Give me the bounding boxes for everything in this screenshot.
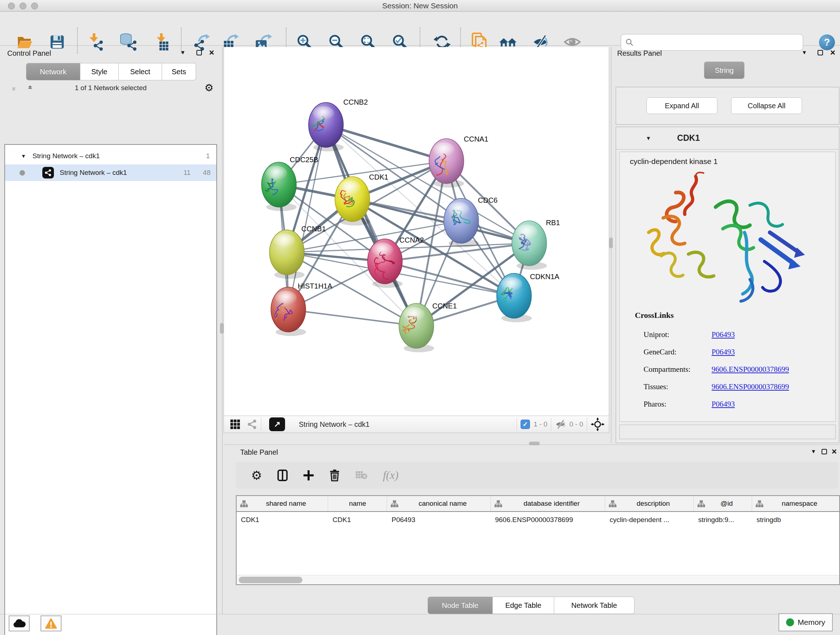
- warnings-button[interactable]: [41, 616, 62, 631]
- network-edge-count: 48: [203, 169, 210, 177]
- float-panel-icon[interactable]: [821, 449, 827, 454]
- application-window: Session: New Session: [0, 0, 840, 635]
- tab-string[interactable]: String: [704, 62, 745, 79]
- collapse-panel-icon[interactable]: ▼: [802, 49, 807, 55]
- network-node-cdkn1a[interactable]: CDKN1A: [497, 272, 560, 322]
- left-splitter-handle[interactable]: [220, 323, 224, 334]
- crosslink-link[interactable]: P06493: [712, 330, 735, 339]
- cell-namespace[interactable]: stringdb: [752, 516, 839, 524]
- crosslink-link[interactable]: 9606.ENSP00000378699: [712, 365, 789, 374]
- selected-checkbox[interactable]: ✓: [521, 420, 530, 429]
- table-options-gear-icon[interactable]: ⚙: [251, 468, 262, 483]
- column-header[interactable]: name: [328, 496, 387, 511]
- cell-name[interactable]: CDK1: [328, 516, 387, 524]
- column-header[interactable]: database identifier: [491, 496, 606, 511]
- network-share-icon: [247, 419, 257, 429]
- network-node-hist1h1a[interactable]: HIST1H1A: [271, 282, 332, 336]
- cell-id[interactable]: stringdb:9...: [694, 516, 752, 524]
- tab-node-table[interactable]: Node Table: [428, 597, 493, 614]
- network-collection-row[interactable]: ▼ String Network – cdk1 1: [5, 148, 216, 165]
- zoom-out-icon: [330, 36, 343, 49]
- float-panel-icon[interactable]: [196, 50, 202, 55]
- cell-shared-name[interactable]: CDK1: [237, 516, 328, 524]
- tab-sets[interactable]: Sets: [162, 63, 196, 80]
- crosslink-link[interactable]: 9606.ENSP00000378699: [712, 382, 789, 391]
- detach-view-button[interactable]: ↗: [269, 417, 285, 431]
- crosslink-label: Compartments:: [644, 365, 712, 374]
- hidden-eye-icon: [555, 419, 566, 430]
- search-input[interactable]: [633, 38, 803, 47]
- network-selection-status: 1 of 1 Network selected: [0, 84, 221, 92]
- column-header[interactable]: @id: [694, 496, 752, 511]
- network-node-ccne1[interactable]: CCNE1: [399, 302, 457, 352]
- network-options-gear-icon[interactable]: ⚙: [204, 82, 213, 94]
- crosslink-row: Tissues: 9606.ENSP00000378699: [644, 378, 824, 395]
- collection-count: 1: [206, 152, 210, 160]
- network-edge[interactable]: [326, 125, 447, 161]
- table-horizontal-scrollbar[interactable]: [237, 575, 839, 584]
- node-label: CDC6: [478, 196, 497, 204]
- column-header[interactable]: shared name: [237, 496, 328, 511]
- network-canvas[interactable]: CCNB2CCNA1CDC25BCDK1CDC6RB1CCNB1CCNA2CDK…: [224, 47, 609, 416]
- column-header[interactable]: namespace: [752, 496, 839, 511]
- scrollbar-thumb[interactable]: [239, 577, 302, 583]
- network-node-count: 11: [183, 169, 191, 177]
- crosslink-row: Compartments: 9606.ENSP00000378699: [644, 361, 824, 378]
- crosslinks-list: Uniprot: P06493 GeneCard: P06493 Compart…: [644, 326, 824, 413]
- crosslink-link[interactable]: P06493: [712, 348, 735, 356]
- network-label: String Network – cdk1: [60, 169, 127, 177]
- network-node-cdc25b[interactable]: CDC25B: [257, 156, 318, 211]
- column-header[interactable]: description: [605, 496, 694, 511]
- network-node-rb1[interactable]: RB1: [512, 219, 560, 270]
- cloud-status-button[interactable]: [9, 616, 30, 631]
- delete-column-trash-icon[interactable]: [329, 469, 340, 481]
- table-header-row: shared name name canonical name database…: [237, 496, 839, 512]
- crosslink-label: GeneCard:: [644, 348, 712, 356]
- tree-expand-icon[interactable]: ▼: [21, 153, 26, 159]
- network-node-ccnb1[interactable]: CCNB1: [270, 225, 326, 279]
- float-panel-icon[interactable]: [818, 50, 823, 55]
- network-node-cdc6[interactable]: CDC6: [444, 196, 497, 247]
- expand-all-button[interactable]: Expand All: [646, 97, 717, 114]
- network-row[interactable]: String Network – cdk1 11 48: [5, 165, 216, 181]
- collapsed-section[interactable]: [619, 424, 836, 439]
- add-column-icon[interactable]: [303, 470, 314, 481]
- node-label: CDC25B: [290, 156, 318, 164]
- close-panel-icon[interactable]: ✕: [209, 49, 215, 57]
- bottom-splitter-handle[interactable]: [529, 442, 540, 445]
- network-edge[interactable]: [288, 310, 416, 326]
- memory-button[interactable]: Memory: [778, 613, 833, 631]
- close-panel-icon[interactable]: ✕: [831, 448, 837, 456]
- close-panel-icon[interactable]: ✕: [830, 49, 836, 57]
- gene-header[interactable]: ▼ CDK1: [616, 127, 839, 149]
- collapse-panel-icon[interactable]: ▼: [180, 49, 186, 55]
- crosslinks-heading: CrossLinks: [635, 310, 674, 320]
- gene-collapse-icon[interactable]: ▼: [646, 135, 651, 141]
- houses-icon: [499, 38, 516, 47]
- birds-eye-grid-icon[interactable]: [230, 419, 240, 430]
- tab-style[interactable]: Style: [80, 63, 118, 80]
- cell-description[interactable]: cyclin-dependent ...: [605, 516, 694, 524]
- cell-database-identifier[interactable]: 9606.ENSP00000378699: [491, 516, 605, 524]
- table-row[interactable]: CDK1 CDK1 P06493 9606.ENSP00000378699 cy…: [237, 512, 839, 528]
- node-label: CCNA2: [399, 236, 424, 244]
- collection-label: String Network – cdk1: [33, 152, 100, 160]
- arrow-ne-icon: ↗: [274, 420, 280, 429]
- tab-network[interactable]: Network: [26, 63, 80, 80]
- title-bar: Session: New Session: [0, 0, 840, 11]
- tab-edge-table[interactable]: Edge Table: [493, 597, 554, 614]
- network-node-ccna1[interactable]: CCNA1: [429, 135, 488, 187]
- network-current-dot-icon: [19, 170, 25, 176]
- network-graph: CCNB2CCNA1CDC25BCDK1CDC6RB1CCNB1CCNA2CDK…: [224, 47, 609, 416]
- collapse-panel-icon[interactable]: ▼: [811, 448, 816, 454]
- tab-select[interactable]: Select: [118, 63, 162, 80]
- crosshair-icon[interactable]: [591, 417, 605, 431]
- cell-canonical-name[interactable]: P06493: [387, 516, 491, 524]
- node-label: CCNA1: [464, 135, 488, 143]
- crosslink-link[interactable]: P06493: [712, 400, 735, 409]
- collapse-all-button[interactable]: Collapse All: [731, 97, 802, 114]
- tab-network-table[interactable]: Network Table: [554, 597, 635, 614]
- show-columns-icon[interactable]: [277, 469, 288, 481]
- node-table: shared name name canonical name database…: [236, 495, 840, 585]
- column-header[interactable]: canonical name: [387, 496, 491, 511]
